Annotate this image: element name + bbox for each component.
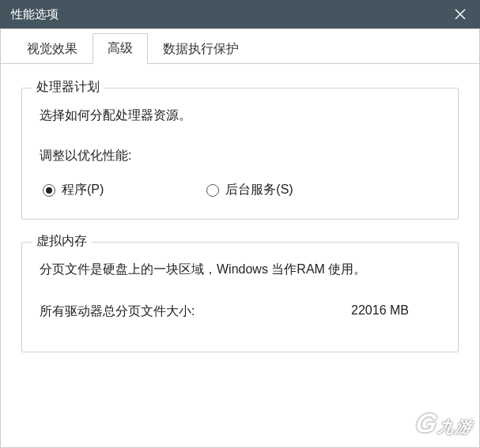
tab-advanced[interactable]: 高级	[93, 33, 148, 64]
radio-icon	[206, 184, 219, 197]
dialog-body: 视觉效果 高级 数据执行保护 处理器计划 选择如何分配处理器资源。 调整以优化性…	[0, 28, 480, 448]
vm-total-value: 22016 MB	[351, 303, 409, 320]
processor-description: 选择如何分配处理器资源。	[40, 107, 440, 124]
tab-dep[interactable]: 数据执行保护	[148, 34, 254, 64]
watermark-text: 九游	[437, 416, 475, 438]
close-button[interactable]	[440, 0, 480, 28]
radio-background-label: 后台服务(S)	[225, 182, 293, 198]
radio-programs-label: 程序(P)	[62, 182, 104, 198]
adjust-label: 调整以优化性能:	[40, 148, 440, 164]
watermark-g: G	[413, 408, 439, 439]
processor-group-title: 处理器计划	[32, 79, 104, 96]
window-title: 性能选项	[11, 7, 440, 22]
radio-row: 程序(P) 后台服务(S)	[40, 182, 440, 198]
processor-scheduling-group: 处理器计划 选择如何分配处理器资源。 调整以优化性能: 程序(P) 后台服务(S…	[21, 88, 459, 220]
virtual-memory-group: 虚拟内存 分页文件是硬盘上的一块区域，Windows 当作RAM 使用。 所有驱…	[21, 242, 459, 352]
close-icon	[455, 9, 466, 20]
vm-description: 分页文件是硬盘上的一块区域，Windows 当作RAM 使用。	[40, 262, 440, 278]
radio-icon	[43, 184, 55, 197]
watermark: G九游	[370, 403, 473, 442]
tab-visual-effects[interactable]: 视觉效果	[12, 34, 93, 64]
vm-total-label: 所有驱动器总分页文件大小:	[40, 303, 195, 320]
radio-background-services[interactable]: 后台服务(S)	[206, 182, 293, 198]
titlebar: 性能选项	[0, 0, 480, 28]
vm-group-title: 虚拟内存	[32, 233, 92, 250]
vm-total-row: 所有驱动器总分页文件大小: 22016 MB	[40, 303, 440, 320]
watermark-logo: G九游	[416, 408, 473, 439]
radio-programs[interactable]: 程序(P)	[43, 182, 104, 198]
tabs-row: 视觉效果 高级 数据执行保护	[1, 29, 479, 64]
tab-content-advanced: 处理器计划 选择如何分配处理器资源。 调整以优化性能: 程序(P) 后台服务(S…	[1, 64, 479, 382]
